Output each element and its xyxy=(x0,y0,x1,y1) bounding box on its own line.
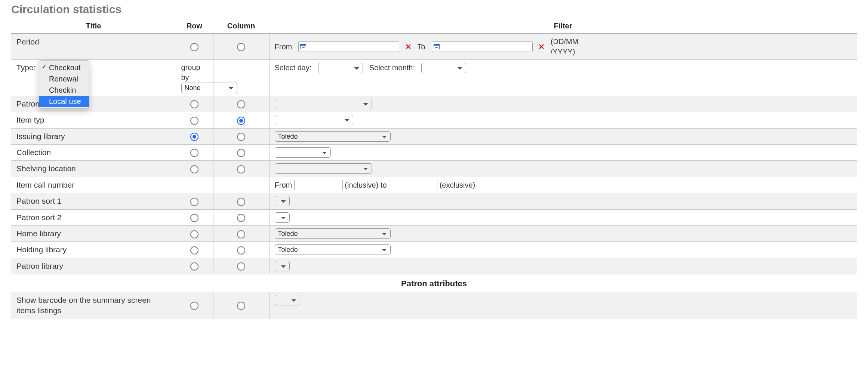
itemtype-column-radio[interactable] xyxy=(237,117,245,125)
type-option-localuse[interactable]: Local use xyxy=(39,96,89,107)
psort1-filter[interactable] xyxy=(275,196,290,206)
period-format-hint: (DD/MM /YYYY) xyxy=(551,37,578,57)
patroncat-column-radio[interactable] xyxy=(237,100,245,108)
row-label-holdlib: Holding library xyxy=(11,242,176,258)
row-label-collection: Collection xyxy=(11,145,176,161)
group-by-select[interactable]: None xyxy=(181,83,237,93)
clear-from-icon[interactable]: ✕ xyxy=(401,43,415,51)
callno-from-input[interactable] xyxy=(294,180,343,190)
period-from-input[interactable] xyxy=(298,41,399,52)
header-filter: Filter xyxy=(269,19,857,34)
period-row-radio[interactable] xyxy=(190,43,198,51)
collection-column-radio[interactable] xyxy=(237,149,245,157)
itemtype-filter[interactable] xyxy=(275,115,353,125)
header-column: Column xyxy=(213,19,269,34)
patron-attributes-header-row: Patron attributes xyxy=(11,274,857,292)
callno-from-label: From xyxy=(275,180,292,190)
callno-incl-to: (inclusive) to xyxy=(345,180,387,190)
patroncat-row-radio[interactable] xyxy=(190,100,198,108)
patron-attributes-header: Patron attributes xyxy=(11,274,857,292)
row-label-patlib: Patron library xyxy=(11,258,176,274)
holdlib-filter[interactable]: Toledo xyxy=(275,244,391,255)
homelib-filter[interactable]: Toledo xyxy=(275,228,391,239)
header-row: Row xyxy=(176,19,213,34)
homelib-column-radio[interactable] xyxy=(237,230,245,238)
patlib-column-radio[interactable] xyxy=(237,262,245,271)
psort2-column-radio[interactable] xyxy=(237,214,245,222)
row-label-homelib: Home library xyxy=(11,226,176,242)
showbarcode-filter[interactable] xyxy=(275,295,300,305)
issuinglib-row-radio[interactable] xyxy=(190,133,198,141)
callno-to-input[interactable] xyxy=(389,180,437,190)
collection-filter[interactable] xyxy=(275,147,331,158)
period-to-field[interactable] xyxy=(441,43,531,51)
period-from-field[interactable] xyxy=(308,43,397,51)
patlib-row-radio[interactable] xyxy=(190,262,198,271)
row-label-issuing-library: Issuing library xyxy=(11,128,176,144)
row-label-period: Period xyxy=(11,34,176,60)
type-option-checkin[interactable]: Checkin xyxy=(39,84,89,96)
homelib-row-radio[interactable] xyxy=(190,230,198,238)
row-label-psort1: Patron sort 1 xyxy=(11,193,176,209)
row-label-patron-category: Patron xyxy=(11,96,176,112)
showbarcode-row-radio[interactable] xyxy=(190,302,198,310)
psort1-column-radio[interactable] xyxy=(237,198,245,206)
select-day[interactable] xyxy=(318,63,363,73)
holdlib-column-radio[interactable] xyxy=(237,246,245,255)
clear-to-icon[interactable]: ✕ xyxy=(535,43,548,51)
type-option-renewal[interactable]: Renewal xyxy=(39,73,89,84)
showbarcode-column-radio[interactable] xyxy=(237,302,245,310)
period-to-label: To xyxy=(417,42,425,52)
holdlib-row-radio[interactable] xyxy=(190,246,198,255)
row-label-psort2: Patron sort 2 xyxy=(11,209,176,225)
psort1-row-radio[interactable] xyxy=(190,198,198,206)
callno-excl: (exclusive) xyxy=(440,180,475,190)
row-label-callnumber: Item call number xyxy=(11,177,176,193)
select-month-label: Select month: xyxy=(369,63,415,73)
row-label-showbarcode: Show barcode on the summary screen items… xyxy=(11,292,176,318)
header-title: Title xyxy=(11,19,176,34)
period-from-label: From xyxy=(275,42,292,52)
select-month[interactable] xyxy=(421,63,466,73)
shelving-column-radio[interactable] xyxy=(237,165,245,173)
itemtype-row-radio[interactable] xyxy=(190,117,198,125)
issuinglib-filter[interactable]: Toledo xyxy=(275,131,391,142)
patroncat-filter[interactable] xyxy=(275,99,372,109)
period-to-input[interactable] xyxy=(432,41,533,52)
calendar-icon xyxy=(434,44,440,49)
type-option-checkout[interactable]: Checkout xyxy=(39,62,89,73)
row-label-shelving: Shelving location xyxy=(11,161,176,177)
type-dropdown[interactable]: Checkout Renewal Checkin Local use xyxy=(39,60,89,109)
row-label-type: Type: xyxy=(16,63,36,72)
stats-table: Title Row Column Filter Period From ✕ To xyxy=(11,19,857,319)
period-column-radio[interactable] xyxy=(237,43,245,51)
select-day-label: Select day: xyxy=(275,63,312,73)
psort2-row-radio[interactable] xyxy=(190,214,198,222)
page-title: Circulation statistics xyxy=(11,3,857,16)
psort2-filter[interactable] xyxy=(275,212,290,223)
row-label-item-type: Item typ xyxy=(11,112,176,128)
collection-row-radio[interactable] xyxy=(190,149,198,157)
shelving-filter[interactable] xyxy=(275,163,372,174)
calendar-icon xyxy=(300,44,306,49)
shelving-row-radio[interactable] xyxy=(190,165,198,173)
group-by-label: group by xyxy=(181,62,208,83)
issuinglib-column-radio[interactable] xyxy=(237,133,245,141)
patlib-filter[interactable] xyxy=(275,261,290,271)
